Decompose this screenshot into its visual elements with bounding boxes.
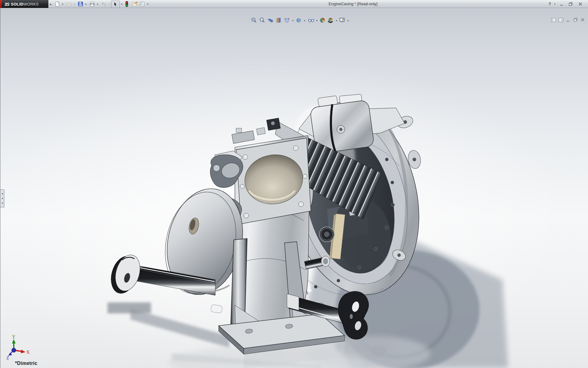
apply-scene-dropdown[interactable]: ▾ (335, 17, 338, 24)
view-settings-button[interactable] (339, 17, 346, 24)
checklist-button[interactable] (138, 1, 146, 7)
view-orientation-icon (284, 17, 290, 23)
previous-view-icon (267, 17, 273, 23)
graphics-viewport[interactable]: Y X Z (0, 8, 588, 368)
display-style-icon (296, 17, 302, 23)
tab-arrow-icon: ◂ (2, 202, 3, 204)
open-document-button[interactable] (65, 1, 73, 7)
print-dropdown[interactable]: ▾ (96, 1, 99, 7)
title-bar[interactable]: 3S SOLIDWORKS ▸ ▾ ▾ ▾ (0, 0, 588, 8)
restore-icon (568, 2, 573, 6)
reference-triad: Y X Z (6, 335, 30, 360)
view-settings-icon (339, 17, 345, 23)
restore-document-icon (573, 17, 578, 22)
collapse-left-pane-button[interactable] (551, 17, 558, 24)
minimize-icon (560, 2, 564, 6)
help-dropdown[interactable]: ▾ (553, 1, 556, 7)
close-document-icon (580, 17, 585, 22)
triad-y-label: Y (12, 335, 15, 339)
display-style-button[interactable] (296, 17, 303, 24)
open-document-dropdown[interactable]: ▾ (73, 1, 76, 7)
zoom-to-area-icon (259, 17, 265, 23)
restore-window-button[interactable] (567, 1, 575, 7)
section-view-button[interactable] (276, 17, 283, 24)
traffic-light-button[interactable] (124, 1, 129, 7)
traffic-light-icon (125, 1, 129, 7)
new-document-dropdown[interactable]: ▾ (61, 1, 64, 7)
brand-name-bold: SOLID (11, 2, 23, 6)
tab-arrow-icon: ◂ (2, 193, 3, 195)
display-style-dropdown[interactable]: ▾ (303, 17, 306, 24)
hide-show-items-button[interactable] (308, 17, 315, 24)
note-edit-button[interactable] (131, 1, 138, 7)
note-edit-icon (132, 1, 138, 7)
3ds-logo-glyph: 3S (4, 2, 9, 7)
restore-document-button[interactable] (573, 17, 580, 24)
open-folder-icon (66, 1, 72, 7)
view-orientation-dropdown[interactable]: ▾ (291, 17, 295, 24)
select-tool-dropdown[interactable]: ▾ (120, 1, 123, 7)
cursor-arrow-icon (113, 2, 118, 7)
tab-arrow-icon: ◂ (2, 197, 3, 200)
undo-dropdown[interactable]: ▾ (107, 1, 111, 7)
apply-scene-icon (327, 17, 334, 23)
new-document-icon (55, 1, 60, 7)
previous-view-button[interactable] (267, 17, 275, 24)
document-title: EngineCasing * [Read-only] (329, 0, 378, 8)
minimize-document-button[interactable] (566, 17, 572, 24)
save-floppy-icon (78, 1, 83, 7)
featuremanager-collapsed-tab[interactable]: ◂ ◂ ◂ (0, 190, 4, 207)
zoom-to-fit-button[interactable] (251, 17, 258, 24)
view-orientation-button[interactable] (284, 17, 291, 24)
select-tool-button[interactable] (111, 1, 120, 8)
zoom-to-area-button[interactable] (259, 17, 266, 24)
zoom-to-fit-icon (251, 17, 257, 23)
save-button[interactable] (77, 1, 84, 7)
eyeglasses-icon (308, 17, 315, 23)
edit-appearance-button[interactable] (319, 17, 327, 24)
minimize-window-button[interactable] (558, 1, 565, 7)
triad-x-label: X (27, 350, 30, 355)
collapse-right-pane-button[interactable] (558, 17, 565, 24)
section-view-icon (276, 17, 282, 23)
pane-right-icon (558, 17, 564, 22)
undo-button[interactable] (100, 1, 107, 7)
checklist-dropdown[interactable]: ▾ (146, 1, 149, 7)
pane-left-icon (551, 17, 556, 22)
print-button[interactable] (89, 1, 96, 7)
close-window-button[interactable] (576, 1, 584, 7)
printer-icon (89, 1, 95, 7)
toolbar-flyout-arrow-icon[interactable]: ▸ (49, 1, 53, 7)
apply-scene-button[interactable] (327, 17, 335, 24)
save-dropdown[interactable]: ▾ (84, 1, 88, 7)
3d-model-canvas[interactable]: Y X Z (0, 8, 588, 368)
brand-name-light: WORKS (23, 2, 39, 6)
appearance-ball-icon (319, 17, 326, 23)
help-button[interactable]: ? (547, 1, 553, 7)
view-settings-dropdown[interactable]: ▾ (346, 17, 350, 24)
undo-arrow-icon (101, 1, 107, 7)
close-icon (578, 2, 582, 6)
minimize-document-icon (566, 17, 571, 22)
new-document-button[interactable] (54, 1, 61, 7)
hide-show-items-dropdown[interactable]: ▾ (315, 17, 318, 24)
solidworks-logo: 3S SOLIDWORKS (2, 0, 48, 8)
view-orientation-label: *Dimetric (15, 361, 37, 366)
triad-z-label: Z (6, 356, 9, 360)
checklist-icon (139, 1, 145, 7)
close-document-button[interactable] (580, 17, 587, 24)
